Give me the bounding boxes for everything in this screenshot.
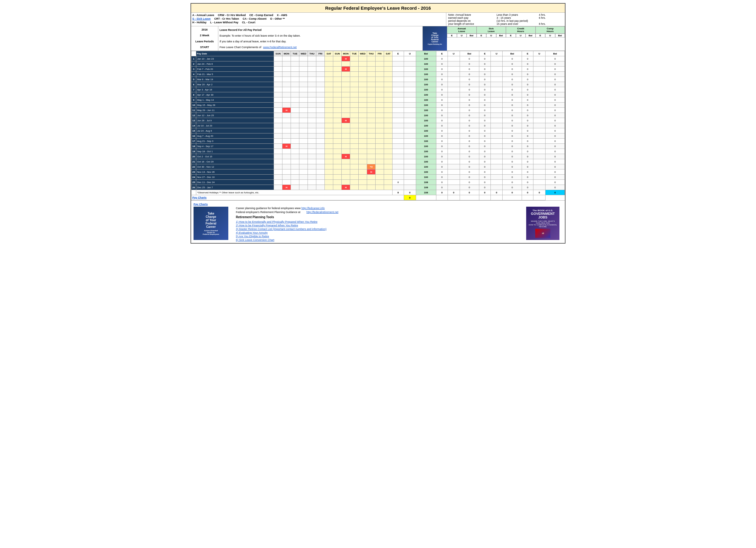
annual-used[interactable] [404,97,416,103]
comp-used[interactable] [533,185,546,190]
day-cell-w2[interactable] [350,67,359,72]
sick-earned[interactable]: 0 [436,77,448,82]
annual-earned[interactable] [393,72,404,77]
day-cell[interactable] [316,77,325,82]
day-cell-w2[interactable] [384,61,393,67]
day-cell[interactable] [291,185,299,190]
sick-used[interactable] [448,154,460,159]
comp-earned[interactable]: 0 [522,108,533,113]
day-cell[interactable] [325,174,333,180]
day-cell-w2[interactable] [333,133,342,139]
day-cell[interactable] [316,185,325,190]
day-cell-w2[interactable] [376,185,384,190]
credit-balance[interactable]: 0 [503,128,522,133]
tool-link[interactable]: 1) How to be Emotionally and Physically … [236,220,523,223]
day-cell[interactable] [316,56,325,61]
credit-balance[interactable]: 0 [503,174,522,180]
day-cell[interactable] [316,103,325,108]
day-cell-w2[interactable] [376,87,384,92]
day-cell-w2[interactable] [342,87,350,92]
sick-earned[interactable]: 0 [436,169,448,174]
credit-balance[interactable]: 0 [503,159,522,164]
day-cell-w2[interactable] [367,180,376,185]
annual-balance[interactable]: 100 [416,97,436,103]
comp-balance[interactable]: 0 [545,61,565,67]
sick-earned[interactable]: 0 [436,97,448,103]
annual-earned[interactable] [393,97,404,103]
day-cell[interactable] [282,67,291,72]
comp-used[interactable] [533,97,546,103]
day-cell-w2[interactable] [384,144,393,149]
day-cell[interactable] [291,72,299,77]
annual-earned[interactable] [393,185,404,190]
day-cell-w2[interactable] [367,174,376,180]
annual-used[interactable] [404,113,416,118]
day-cell-w2[interactable] [342,174,350,180]
comp-used[interactable] [533,87,546,92]
credit-balance[interactable]: 0 [503,144,522,149]
day-cell[interactable] [274,118,282,123]
day-cell-w2[interactable] [333,113,342,118]
credit-earned[interactable]: 0 [479,185,490,190]
credit-balance[interactable]: 0 [503,180,522,185]
comp-used[interactable] [533,113,546,118]
day-cell[interactable] [316,180,325,185]
day-cell-w2[interactable] [350,123,359,128]
day-cell[interactable] [316,128,325,133]
credit-used[interactable] [490,164,503,169]
comp-used[interactable] [533,56,546,61]
annual-earned[interactable] [393,87,404,92]
day-cell[interactable]: H [282,108,291,113]
annual-balance[interactable]: 100 [416,103,436,108]
comp-balance[interactable]: 0 [545,103,565,108]
comp-used[interactable] [533,144,546,149]
day-cell-w2[interactable] [376,174,384,180]
comp-earned[interactable]: 0 [522,180,533,185]
credit-balance[interactable]: 0 [503,103,522,108]
day-cell-w2[interactable] [333,128,342,133]
comp-earned[interactable]: 0 [522,169,533,174]
day-cell-w2[interactable] [342,133,350,139]
comp-balance[interactable]: 0 [545,77,565,82]
day-cell[interactable] [282,72,291,77]
day-cell[interactable] [325,169,333,174]
annual-used[interactable] [404,133,416,139]
day-cell-w2[interactable] [350,108,359,113]
annual-balance[interactable]: 100 [416,139,436,144]
day-cell[interactable] [316,113,325,118]
day-cell[interactable] [308,56,316,61]
credit-used[interactable] [490,139,503,144]
day-cell[interactable] [291,67,299,72]
sick-earned[interactable]: 0 [436,139,448,144]
sick-balance[interactable]: 0 [460,82,479,87]
day-cell-w2[interactable] [342,92,350,97]
day-cell[interactable] [291,139,299,144]
day-cell[interactable] [325,133,333,139]
day-cell[interactable] [316,82,325,87]
annual-used[interactable] [404,144,416,149]
comp-used[interactable] [533,61,546,67]
day-cell[interactable] [274,103,282,108]
comp-earned[interactable]: 0 [522,118,533,123]
day-cell[interactable] [274,174,282,180]
day-cell[interactable] [282,77,291,82]
day-cell-w2[interactable] [333,185,342,190]
annual-earned[interactable] [393,169,404,174]
day-cell-w2[interactable] [350,92,359,97]
comp-used[interactable] [533,133,546,139]
credit-used[interactable] [490,180,503,185]
sick-earned[interactable]: 0 [436,92,448,97]
day-cell-w2[interactable] [342,82,350,87]
day-cell-w2[interactable] [359,67,367,72]
day-cell[interactable] [308,123,316,128]
day-cell[interactable] [325,92,333,97]
day-cell-w2[interactable] [384,128,393,133]
day-cell-w2[interactable] [359,82,367,87]
sick-used[interactable] [448,123,460,128]
day-cell-w2[interactable] [367,149,376,154]
comp-earned[interactable]: 0 [522,164,533,169]
day-cell-w2[interactable] [376,82,384,87]
day-cell-w2[interactable] [350,149,359,154]
day-cell-w2[interactable] [359,87,367,92]
credit-earned[interactable]: 0 [479,72,490,77]
